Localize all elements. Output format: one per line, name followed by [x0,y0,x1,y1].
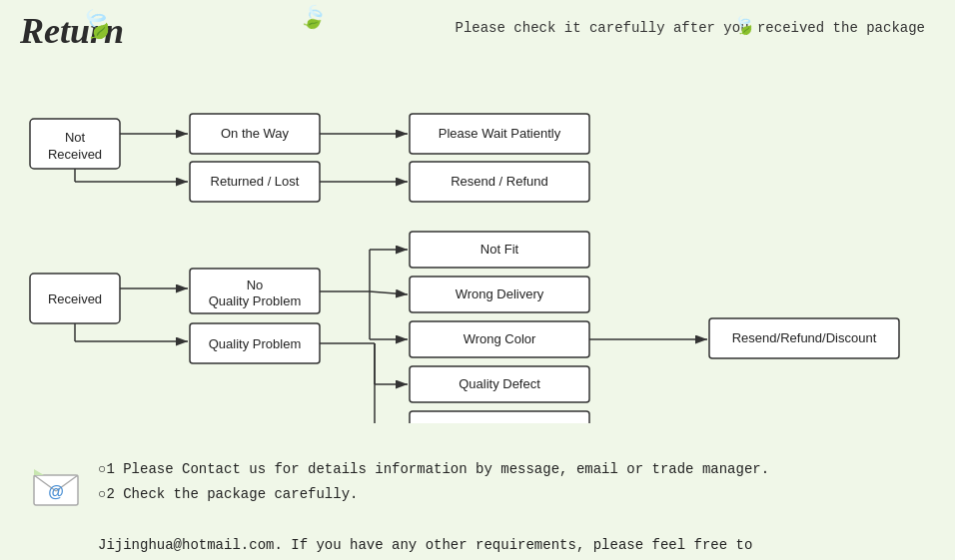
header: Return Please check it carefully after y… [20,10,935,52]
damaged-label: Damaged [472,421,527,423]
wrong-delivery-label: Wrong Delivery [456,286,544,301]
arrow-to-wrongdelivery [370,291,408,294]
header-note: Please check it carefully after you rece… [456,20,935,36]
please-wait-label: Please Wait Patiently [439,126,561,141]
not-fit-label: Not Fit [480,242,519,257]
rrd-label: Resend/Refund/Discount [732,330,877,345]
no-quality-label2: Quality Problem [209,293,301,308]
svg-text:@: @ [48,483,64,500]
info-contact1: Jijinghua@hotmail.com. If you have any o… [98,533,769,558]
info-bullet1: ○1 Please Contact us for details informa… [98,457,769,482]
returned-lost-label: Returned / Lost [211,174,300,189]
svg-marker-5 [34,469,44,475]
info-spacer [98,507,769,532]
not-received-label: Not [65,130,86,145]
no-quality-label1: No [247,278,264,292]
info-section: @ ○1 Please Contact us for details infor… [20,447,935,560]
received-label: Received [48,291,102,306]
quality-defect-label: Quality Defect [459,376,540,391]
on-the-way-label: On the Way [221,126,290,141]
page-container: 🍃 🍃 🍃 Return Please check it carefully a… [0,0,955,560]
info-bullet2: ○2 Check the package carefully. [98,482,769,507]
resend-refund-label: Resend / Refund [451,174,548,189]
wrong-color-label: Wrong Color [464,331,536,346]
flowchart-svg: Not Received On the Way Please Wait Pati… [20,64,919,423]
flowchart-area: Not Received On the Way Please Wait Pati… [20,64,935,423]
leaf-decoration-mid: 🍃 [298,2,329,32]
info-text-block: ○1 Please Contact us for details informa… [98,457,769,560]
not-received-label2: Received [48,147,102,162]
envelope-icon: @ [30,461,82,513]
quality-problem-label: Quality Problem [209,336,301,351]
